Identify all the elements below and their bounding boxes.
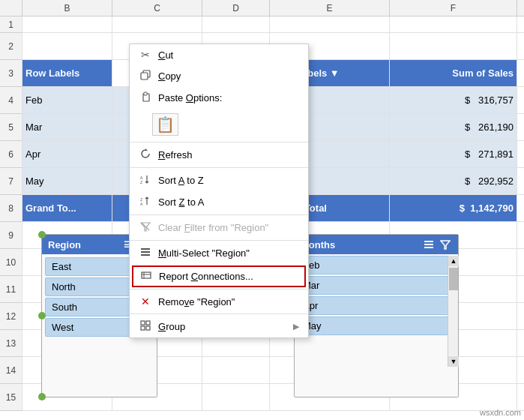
svg-text:Z: Z bbox=[140, 180, 142, 184]
row-header-12: 12 bbox=[0, 303, 22, 330]
row-header-15: 15 bbox=[0, 384, 22, 411]
menu-item-paste-icon-row: 📋 bbox=[130, 109, 308, 140]
corner-header bbox=[0, 0, 22, 16]
col-header-c: C bbox=[112, 0, 202, 16]
svg-text:A: A bbox=[140, 202, 143, 206]
row-header-11: 11 bbox=[0, 276, 22, 303]
cell-f3: Sum of Sales bbox=[390, 60, 517, 86]
slicer-months-multiselect-icon[interactable] bbox=[422, 238, 436, 251]
menu-item-sort-za[interactable]: Z A Sort Z to A bbox=[130, 191, 308, 213]
slicer-months-item-may[interactable]: May bbox=[296, 316, 457, 335]
row-header-1: 1 bbox=[0, 16, 22, 33]
cell-b4: Feb bbox=[22, 87, 112, 113]
menu-item-copy[interactable]: Copy bbox=[130, 65, 308, 87]
svg-rect-18 bbox=[141, 321, 145, 325]
slicer-months-item-feb[interactable]: Feb bbox=[296, 256, 457, 274]
col-header-f: F bbox=[390, 0, 517, 16]
col-header-d: D bbox=[202, 0, 270, 16]
separator-3 bbox=[130, 214, 308, 215]
menu-item-group[interactable]: Group ▶ bbox=[130, 316, 308, 338]
menu-remove-label: Remove "Region" bbox=[158, 296, 299, 308]
menu-item-cut[interactable]: ✂ Cut bbox=[130, 44, 308, 65]
menu-item-refresh[interactable]: Refresh bbox=[130, 144, 308, 166]
slicer-months-item-apr[interactable]: Apr bbox=[296, 296, 457, 315]
cell-f4: $ 316,757 bbox=[390, 87, 517, 113]
cell-b1 bbox=[22, 16, 112, 33]
paste-clipboard-icon[interactable]: 📋 bbox=[152, 113, 178, 136]
svg-rect-15 bbox=[142, 272, 151, 278]
menu-multi-select-label: Multi-Select "Region" bbox=[158, 248, 299, 259]
menu-item-sort-az[interactable]: A Z Sort A to Z bbox=[130, 170, 308, 191]
svg-rect-14 bbox=[141, 254, 150, 256]
row-header-10: 10 bbox=[0, 249, 22, 276]
months-scrollbar-down[interactable]: ▼ bbox=[448, 356, 459, 367]
menu-sort-az-label: Sort A to Z bbox=[158, 175, 299, 186]
separator-1 bbox=[130, 142, 308, 142]
row-header-6: 6 bbox=[0, 141, 22, 168]
svg-line-11 bbox=[142, 223, 149, 230]
menu-group-label: Group bbox=[158, 321, 287, 332]
svg-rect-13 bbox=[141, 251, 150, 253]
row-header-7: 7 bbox=[0, 168, 22, 195]
months-scrollbar-thumb[interactable] bbox=[449, 268, 458, 290]
menu-item-report-connections[interactable]: Report Connections... bbox=[132, 266, 306, 287]
row-header-9: 9 bbox=[0, 222, 22, 249]
menu-refresh-label: Refresh bbox=[158, 149, 299, 160]
slicer-months-item-mar[interactable]: Mar bbox=[296, 276, 457, 295]
context-menu: ✂ Cut Copy Paste Options: bbox=[129, 44, 309, 338]
slicer-handle-ml[interactable] bbox=[38, 312, 46, 320]
spreadsheet: B C D E F 1 2 3 Row Labels bbox=[0, 0, 524, 420]
cell-d15 bbox=[202, 384, 270, 410]
cell-e1 bbox=[270, 16, 390, 33]
clear-filter-icon bbox=[139, 221, 152, 234]
svg-rect-12 bbox=[141, 248, 150, 250]
row-header-5: 5 bbox=[0, 114, 22, 141]
row-header-13: 13 bbox=[0, 330, 22, 357]
separator-6 bbox=[130, 314, 308, 314]
svg-rect-20 bbox=[141, 326, 145, 330]
slicer-months: Months Feb Mar bbox=[294, 234, 459, 398]
svg-rect-0 bbox=[424, 241, 433, 242]
cell-b6: Apr bbox=[22, 141, 112, 167]
row-header-3: 3 bbox=[0, 60, 22, 87]
menu-sort-za-label: Sort Z to A bbox=[158, 196, 299, 208]
col-header-e: E bbox=[270, 0, 390, 16]
menu-copy-label: Copy bbox=[158, 70, 299, 82]
grid-row-1: 1 bbox=[0, 16, 524, 33]
menu-item-clear-filter[interactable]: Clear Filter from "Region" bbox=[130, 217, 308, 238]
cell-f8: $ 1,142,790 bbox=[390, 195, 517, 221]
paste-icon bbox=[139, 92, 152, 104]
slicer-handle-tl[interactable] bbox=[38, 231, 46, 238]
multi-select-icon bbox=[139, 247, 152, 260]
menu-cut-label: Cut bbox=[158, 50, 299, 61]
menu-item-paste-options[interactable]: Paste Options: bbox=[130, 87, 308, 109]
menu-item-remove[interactable]: ✕ Remove "Region" bbox=[130, 291, 308, 312]
menu-report-connections-label: Report Connections... bbox=[159, 271, 298, 282]
slicer-months-filter-icon[interactable] bbox=[439, 238, 452, 251]
slicer-handle-bl[interactable] bbox=[38, 393, 46, 400]
row-header-14: 14 bbox=[0, 357, 22, 384]
svg-rect-1 bbox=[424, 244, 433, 245]
months-scrollbar-up[interactable]: ▲ bbox=[448, 256, 459, 266]
row-header-4: 4 bbox=[0, 87, 22, 114]
cell-c1 bbox=[112, 16, 202, 33]
row-header-2: 2 bbox=[0, 33, 22, 60]
refresh-icon bbox=[139, 148, 152, 161]
cell-d1 bbox=[202, 16, 270, 33]
separator-2 bbox=[130, 167, 308, 168]
watermark: wsxdn.com bbox=[480, 408, 521, 417]
cell-b7: May bbox=[22, 168, 112, 194]
group-submenu-arrow: ▶ bbox=[293, 322, 299, 332]
column-headers: B C D E F bbox=[0, 0, 524, 16]
copy-icon bbox=[139, 70, 152, 82]
row-header-8: 8 bbox=[0, 195, 22, 222]
cell-f6: $ 271,891 bbox=[390, 141, 517, 167]
separator-5 bbox=[130, 289, 308, 290]
months-scrollbar[interactable]: ▲ ▼ bbox=[448, 256, 458, 367]
menu-item-multi-select[interactable]: Multi-Select "Region" bbox=[130, 242, 308, 264]
sort-za-icon: Z A bbox=[139, 196, 152, 208]
cell-f2 bbox=[390, 33, 517, 59]
slicer-months-title-bar: Months bbox=[295, 235, 458, 254]
svg-rect-6 bbox=[144, 92, 147, 95]
cell-f1 bbox=[390, 16, 517, 33]
